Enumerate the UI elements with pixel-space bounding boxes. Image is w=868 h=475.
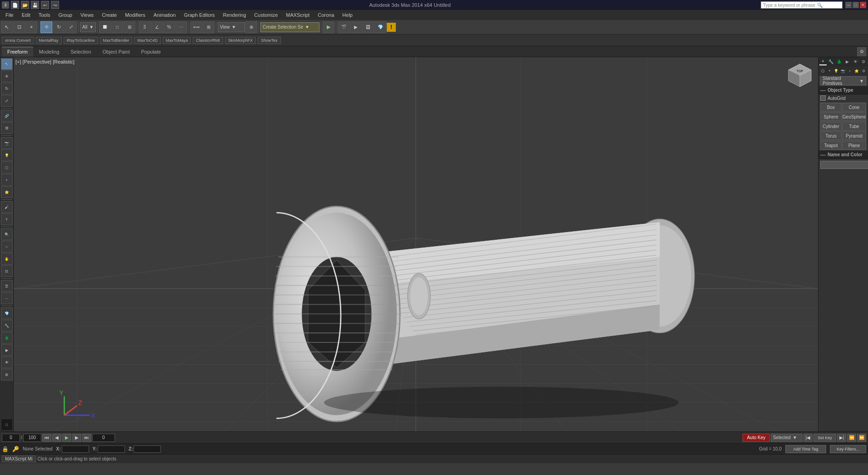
window-crossing-btn[interactable]: ⊞ (124, 21, 135, 33)
xrona-btn[interactable]: xrona Convert (2, 37, 34, 44)
autogrid-checkbox[interactable] (820, 95, 826, 101)
auto-key-btn[interactable]: Auto Key (743, 434, 770, 442)
lv-btn-space[interactable]: ⭐ (1, 186, 13, 198)
pivot-btn[interactable]: ⊕ (245, 21, 257, 33)
lv-btn-magnify[interactable]: 🔍 (1, 228, 13, 240)
search-box[interactable]: Type a keyword or phrase 🔍 (761, 1, 843, 9)
render-setup-btn[interactable]: 🎬 (338, 21, 349, 33)
lv-btn-motion[interactable]: ▶ (1, 344, 13, 356)
frame-start-input[interactable]: 0 (2, 434, 20, 442)
lv-btn-camera[interactable]: 📷 (1, 137, 13, 149)
rp-sub-geo[interactable]: ⬡ (819, 68, 826, 74)
lock-icon[interactable]: 🔒 (2, 446, 9, 452)
menu-views[interactable]: Views (77, 10, 97, 20)
next-key-btn[interactable]: ▶| (837, 434, 846, 442)
rp-tab-display[interactable]: 👁 (852, 58, 859, 65)
material-editor-btn[interactable]: 💎 (374, 21, 386, 33)
lv-btn-display[interactable]: 👁 (1, 356, 13, 368)
rp-tab-motion[interactable]: ▶ (843, 58, 851, 65)
btn-torus[interactable]: Torus (820, 131, 842, 140)
btn-cylinder[interactable]: Cylinder (820, 122, 842, 131)
tab-modeling[interactable]: Modeling (34, 47, 65, 57)
lv-btn-layer[interactable]: ☰ (1, 280, 13, 292)
classto-btn[interactable]: ClasstoVRMt (193, 37, 223, 44)
snap-angle-btn[interactable]: ∠ (151, 21, 163, 33)
lv-btn-material[interactable]: 💎 (1, 307, 13, 319)
menu-help[interactable]: Help (339, 10, 356, 20)
menu-corona[interactable]: Corona (314, 10, 338, 20)
menu-maxscript[interactable]: MAXScript (282, 10, 313, 20)
x-input[interactable] (62, 445, 89, 453)
rp-sub-cameras[interactable]: 📷 (840, 68, 846, 74)
filter-dropdown[interactable]: All ▼ (80, 22, 96, 32)
menu-tools[interactable]: Tools (35, 10, 54, 20)
viewport[interactable]: [+] [Perspective] [Realistic] (14, 57, 818, 431)
btn-tube[interactable]: Tube (842, 122, 866, 131)
btn-sphere[interactable]: Sphere (820, 112, 842, 121)
btn-pyramid[interactable]: Pyramid (842, 131, 866, 140)
maxmaya-btn[interactable]: MaxToMaya (163, 37, 191, 44)
skinmorph-btn[interactable]: SkinMorphFX (225, 37, 256, 44)
render-frame-btn[interactable]: 🖼 (362, 21, 374, 33)
iray-btn[interactable]: iRayToScanline (64, 37, 98, 44)
scale-tool-btn[interactable]: ⤢ (1, 95, 13, 107)
lv-btn-link[interactable]: 🔗 (1, 110, 13, 122)
lv-btn-geo[interactable]: ⬡ (1, 162, 13, 173)
menu-edit[interactable]: Edit (18, 10, 34, 20)
lasso-select-btn[interactable]: ⌖ (25, 21, 37, 33)
next-frame-btn[interactable]: ▶ (72, 434, 81, 442)
key-filters-btn[interactable]: Key Filters... (830, 445, 866, 453)
snap-percent-btn[interactable]: % (163, 21, 175, 33)
go-start-btn[interactable]: ⏮ (42, 434, 51, 442)
sub-toolbar-option[interactable]: ⚙ (857, 47, 866, 56)
lv-btn-modifier[interactable]: 🔧 (1, 320, 13, 332)
select-scale-btn[interactable]: ⤢ (65, 21, 77, 33)
save-btn[interactable]: 💾 (31, 1, 39, 9)
key-mode-dropdown[interactable]: Selected ▼ (771, 434, 803, 442)
create-selection-set[interactable]: Create Selection Se ▼ (260, 22, 319, 32)
rp-sub-spacewarps[interactable]: ⭐ (853, 68, 860, 74)
y-input[interactable] (98, 445, 125, 453)
menu-modifiers[interactable]: Modifiers (121, 10, 149, 20)
rp-tab-hierarchy[interactable]: 🌲 (836, 58, 843, 65)
redo-btn[interactable]: ↪ (51, 1, 59, 9)
play-btn[interactable]: ▶ (323, 21, 334, 33)
lv-btn-paint[interactable]: 🖌 (1, 201, 13, 213)
mentalray-btn[interactable]: MentalRay (36, 37, 62, 44)
coord-dropdown[interactable]: View ▼ (218, 22, 245, 32)
rp-sub-systems[interactable]: ⚙ (860, 68, 867, 74)
menu-customize[interactable]: Customize (250, 10, 281, 20)
maxc4d-btn[interactable]: MaxToC4D (134, 37, 161, 44)
mirror-btn[interactable]: ⟺ (190, 21, 202, 33)
name-color-header[interactable]: — Name and Color (818, 151, 868, 159)
menu-animation[interactable]: Animation (150, 10, 180, 20)
rp-sub-helpers[interactable]: + (847, 68, 853, 74)
viewport-canvas[interactable]: X Y Z (14, 57, 818, 431)
move-tool-btn[interactable]: ✛ (1, 70, 13, 82)
rp-tab-modify[interactable]: 🔧 (828, 58, 835, 65)
next-time-btn[interactable]: ⏩ (857, 434, 866, 442)
select-region-btn[interactable]: ⊡ (13, 21, 25, 33)
menu-graph-editors[interactable]: Graph Editors (180, 10, 219, 20)
lv-btn-zoom-ext[interactable]: ⊡ (1, 265, 13, 277)
render-btn[interactable]: ▶ (350, 21, 362, 33)
menu-group[interactable]: Group (55, 10, 76, 20)
prev-key-btn[interactable]: |◀ (803, 434, 813, 442)
maxscript-label[interactable]: MAXScript Mi (2, 455, 36, 462)
lv-btn-viewport[interactable]: □ (1, 419, 13, 430)
frame-end-input[interactable]: 100 (23, 434, 41, 442)
selection-lock-icon[interactable]: 🔑 (12, 446, 19, 452)
lv-btn-schematic[interactable]: ⋯ (1, 292, 13, 304)
object-type-header[interactable]: — Object Type (818, 86, 868, 94)
close-btn[interactable]: ✕ (860, 2, 866, 8)
select-by-name-btn[interactable]: 🔲 (99, 21, 111, 33)
right-panel-dropdown[interactable]: Standard Primitives ▼ (820, 76, 866, 85)
open-btn[interactable]: 📂 (21, 1, 29, 9)
array-btn[interactable]: ⊞ (203, 21, 215, 33)
menu-create[interactable]: Create (98, 10, 120, 20)
tab-populate[interactable]: Populate (135, 47, 166, 57)
undo-btn[interactable]: ↩ (41, 1, 49, 9)
lv-btn-helper[interactable]: + (1, 174, 13, 186)
prev-frame-btn[interactable]: ◀ (52, 434, 61, 442)
maxblender-btn[interactable]: MaxToBlender (100, 37, 133, 44)
